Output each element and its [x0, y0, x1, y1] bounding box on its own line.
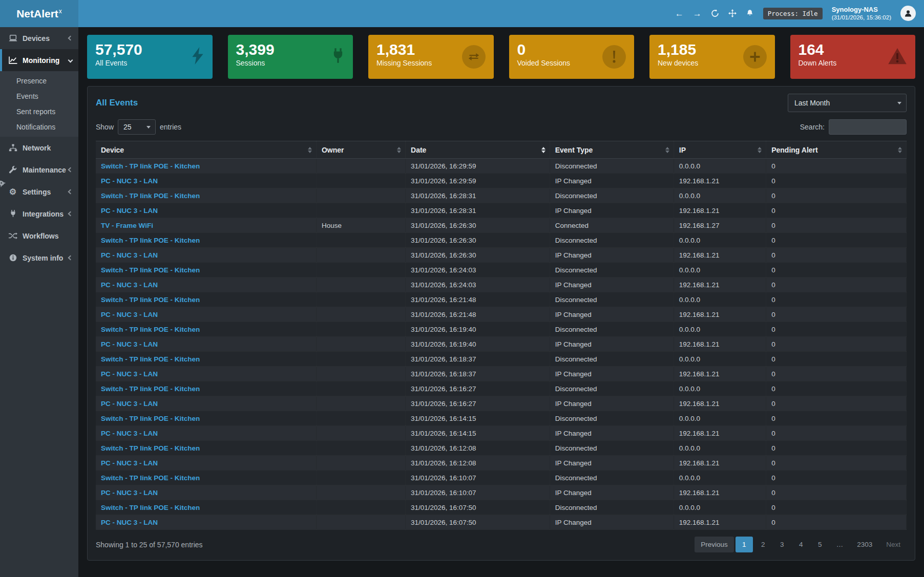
move-icon[interactable]	[728, 9, 737, 17]
table-row: PC - NUC 3 - LAN31/01/2026, 16:21:48IP C…	[96, 307, 907, 322]
forward-icon[interactable]: →	[693, 9, 702, 18]
device-link[interactable]: Switch - TP link POE - Kitchen	[101, 385, 200, 393]
user-avatar[interactable]	[900, 6, 916, 21]
device-link[interactable]: PC - NUC 3 - LAN	[101, 459, 158, 467]
device-link[interactable]: PC - NUC 3 - LAN	[101, 340, 158, 348]
owner-cell	[316, 411, 405, 426]
device-link[interactable]: PC - NUC 3 - LAN	[101, 251, 158, 259]
event-type-cell: Disconnected	[550, 188, 674, 203]
device-link[interactable]: PC - NUC 3 - LAN	[101, 311, 158, 318]
main-content: 57,570 All Events 3,399 Sessions 1,831 M…	[78, 27, 924, 577]
device-link[interactable]: PC - NUC 3 - LAN	[101, 281, 158, 289]
device-link[interactable]: PC - NUC 3 - LAN	[101, 177, 158, 185]
device-link[interactable]: Switch - TP link POE - Kitchen	[101, 504, 200, 511]
pagination-page-1[interactable]: 1	[736, 537, 753, 552]
device-link[interactable]: Switch - TP link POE - Kitchen	[101, 296, 200, 304]
pagination-page-2303[interactable]: 2303	[851, 537, 878, 552]
refresh-icon[interactable]	[711, 9, 719, 17]
card-value: 57,570	[95, 41, 204, 58]
ip-cell: 192.168.1.21	[674, 367, 766, 381]
pagination-page-2[interactable]: 2	[754, 537, 772, 552]
device-link[interactable]: TV - Frame WiFi	[101, 222, 153, 229]
device-cell: Switch - TP link POE - Kitchen	[96, 322, 316, 337]
pending-alert-cell: 0	[766, 248, 907, 263]
ip-cell: 0.0.0.0	[674, 352, 766, 367]
sitemap-icon	[7, 144, 18, 152]
device-link[interactable]: PC - NUC 3 - LAN	[101, 370, 158, 378]
column-header-pending-alert[interactable]: Pending Alert	[766, 141, 907, 159]
device-link[interactable]: Switch - TP link POE - Kitchen	[101, 474, 200, 482]
warning-triangle-icon	[888, 48, 907, 67]
user-icon	[904, 9, 912, 17]
device-link[interactable]: Switch - TP link POE - Kitchen	[101, 415, 200, 422]
sidebar-item-devices[interactable]: Devices	[0, 27, 78, 49]
date-cell: 31/01/2026, 16:24:03	[406, 277, 550, 292]
table-row: Switch - TP link POE - Kitchen31/01/2026…	[96, 263, 907, 277]
device-link[interactable]: PC - NUC 3 - LAN	[101, 430, 158, 437]
card-down-alerts[interactable]: 164 Down Alerts	[790, 35, 916, 79]
date-cell: 31/01/2026, 16:28:31	[406, 203, 550, 218]
sidebar-item-network[interactable]: Network	[0, 137, 78, 159]
process-status-badge[interactable]: Process: Idle	[763, 8, 823, 19]
sidebar-subitem-sent-reports[interactable]: Sent reports	[0, 104, 78, 119]
sidebar-item-system-info[interactable]: System info	[0, 247, 78, 269]
column-header-date[interactable]: Date	[406, 141, 550, 159]
event-type-cell: IP Changed	[550, 248, 674, 263]
pagination-previous-button[interactable]: Previous	[695, 537, 734, 552]
card-label: All Events	[95, 59, 204, 67]
device-link[interactable]: Switch - TP link POE - Kitchen	[101, 237, 200, 244]
column-header-owner[interactable]: Owner	[316, 141, 405, 159]
card-all-events[interactable]: 57,570 All Events	[87, 35, 213, 79]
device-cell: Switch - TP link POE - Kitchen	[96, 352, 316, 367]
sidebar-item-monitoring[interactable]: Monitoring	[0, 49, 78, 71]
host-info: Synology-NAS (31/01/2026, 15:36:02)	[832, 6, 891, 22]
ip-cell: 192.168.1.21	[674, 307, 766, 322]
pending-alert-cell: 0	[766, 367, 907, 381]
event-type-cell: Disconnected	[550, 441, 674, 456]
header-actions: ← → Process: Idle Synology-NAS (31/01/20…	[675, 6, 916, 22]
sidebar-subitem-events[interactable]: Events	[0, 89, 78, 104]
pending-alert-cell: 0	[766, 352, 907, 367]
sidebar-subitem-presence[interactable]: Presence	[0, 73, 78, 89]
pagination-page-3[interactable]: 3	[773, 537, 791, 552]
device-link[interactable]: Switch - TP link POE - Kitchen	[101, 162, 200, 170]
card-sessions[interactable]: 3,399 Sessions	[228, 35, 353, 79]
column-header-ip[interactable]: IP	[674, 141, 766, 159]
device-link[interactable]: Switch - TP link POE - Kitchen	[101, 192, 200, 200]
device-cell: PC - NUC 3 - LAN	[96, 203, 316, 218]
column-header-device[interactable]: Device	[96, 141, 316, 159]
device-link[interactable]: PC - NUC 3 - LAN	[101, 489, 158, 497]
page-length-select[interactable]: 25	[118, 119, 156, 135]
sidebar-subitem-notifications[interactable]: Notifications	[0, 119, 78, 135]
sidebar-item-workflows[interactable]: Workflows	[0, 225, 78, 247]
card-missing-sessions[interactable]: 1,831 Missing Sessions	[368, 35, 494, 79]
sidebar-item-integrations[interactable]: Integrations	[0, 203, 78, 225]
device-link[interactable]: Switch - TP link POE - Kitchen	[101, 326, 200, 333]
device-link[interactable]: PC - NUC 3 - LAN	[101, 207, 158, 215]
device-link[interactable]: PC - NUC 3 - LAN	[101, 400, 158, 408]
card-voided-sessions[interactable]: 0 Voided Sessions	[509, 35, 635, 79]
event-type-cell: IP Changed	[550, 203, 674, 218]
app-logo[interactable]: NetAlertx	[0, 0, 78, 27]
table-row: Switch - TP link POE - Kitchen31/01/2026…	[96, 471, 907, 485]
card-new-devices[interactable]: 1,185 New devices	[649, 35, 775, 79]
event-type-cell: IP Changed	[550, 337, 674, 352]
column-header-event-type[interactable]: Event Type	[550, 141, 674, 159]
period-select[interactable]: Last Month	[788, 94, 907, 112]
pending-alert-cell: 0	[766, 203, 907, 218]
device-link[interactable]: PC - NUC 3 - LAN	[101, 519, 158, 526]
sidebar-toggle-button[interactable]	[87, 9, 91, 18]
device-link[interactable]: Switch - TP link POE - Kitchen	[101, 444, 200, 452]
pagination-next-button[interactable]: Next	[880, 537, 907, 552]
pagination-page-4[interactable]: 4	[792, 537, 810, 552]
sidebar-item-maintenance[interactable]: Maintenance	[0, 159, 78, 181]
sidebar-item-settings[interactable]: ⚙ Settings	[0, 181, 78, 203]
table-header-row: Device Owner Date Event Type IP Pending …	[96, 141, 907, 159]
bell-icon[interactable]	[746, 9, 754, 17]
pagination-page-5[interactable]: 5	[811, 537, 829, 552]
device-link[interactable]: Switch - TP link POE - Kitchen	[101, 355, 200, 363]
device-link[interactable]: Switch - TP link POE - Kitchen	[101, 266, 200, 274]
ip-cell: 0.0.0.0	[674, 263, 766, 277]
back-icon[interactable]: ←	[675, 9, 684, 18]
search-input[interactable]	[829, 119, 907, 135]
